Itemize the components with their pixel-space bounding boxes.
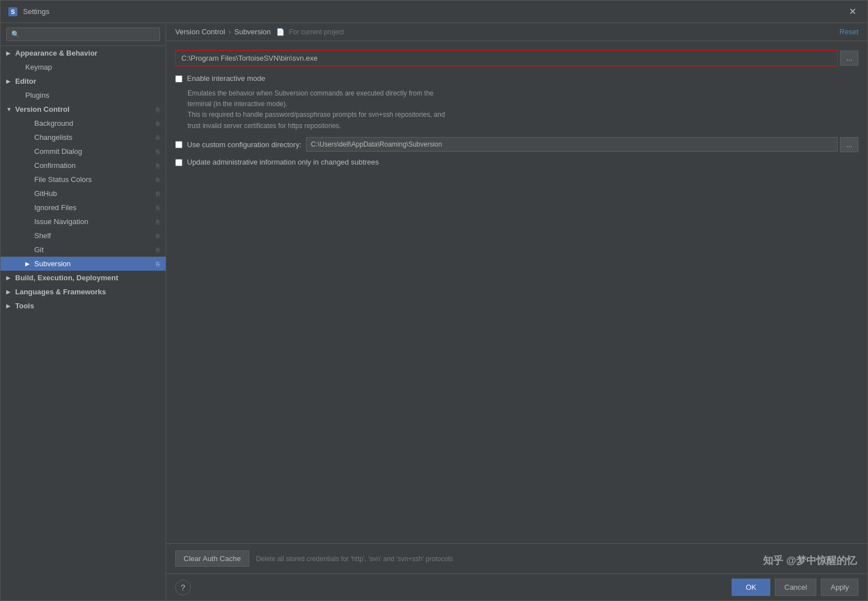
clear-cache-button[interactable]: Clear Auth Cache <box>175 550 249 567</box>
sidebar-item-appearance-behavior[interactable]: ▶ Appearance & Behavior <box>1 46 166 60</box>
clear-cache-description: Delete all stored credentials for 'http'… <box>256 555 453 563</box>
sidebar-item-confirmation[interactable]: Confirmation ⎘ <box>1 158 166 172</box>
admin-update-checkbox[interactable] <box>175 159 182 166</box>
footer: ? OK Cancel Apply <box>166 573 867 600</box>
admin-update-row: Update administrative information only i… <box>175 158 858 166</box>
sidebar-item-subversion[interactable]: ▶ Subversion ⎘ <box>1 257 166 271</box>
svg-text:S: S <box>11 8 15 15</box>
sidebar-item-shelf[interactable]: Shelf ⎘ <box>1 229 166 243</box>
arrow-icon: ▼ <box>6 106 13 112</box>
window-title: Settings <box>23 7 844 16</box>
custom-dir-browse-button[interactable]: ... <box>840 137 858 152</box>
svn-path-row: ... <box>175 50 858 66</box>
copy-icon: ⎘ <box>156 106 160 113</box>
sidebar-item-issue-navigation[interactable]: Issue Navigation ⎘ <box>1 215 166 229</box>
copy-icon: ⎘ <box>156 134 160 141</box>
sidebar-item-tools[interactable]: ▶ Tools <box>1 299 166 313</box>
sidebar-item-commit-dialog[interactable]: Commit Dialog ⎘ <box>1 144 166 158</box>
interactive-mode-row: Enable interactive mode <box>175 74 858 83</box>
sidebar-item-background[interactable]: Background ⎘ <box>1 116 166 130</box>
arrow-icon: ▶ <box>6 289 13 295</box>
interactive-mode-checkbox[interactable] <box>175 75 182 83</box>
settings-window: S Settings ✕ ▶ Appearance & Behavior Key… <box>0 0 868 601</box>
custom-dir-checkbox[interactable] <box>175 141 182 148</box>
panel-header: Version Control › Subversion 📄 For curre… <box>166 23 867 41</box>
sidebar-item-github[interactable]: GitHub ⎘ <box>1 186 166 201</box>
right-panel: Version Control › Subversion 📄 For curre… <box>166 23 867 600</box>
arrow-icon: ▶ <box>25 261 32 267</box>
sidebar-item-editor[interactable]: ▶ Editor <box>1 74 166 88</box>
apply-button[interactable]: Apply <box>821 579 858 596</box>
footer-buttons: OK Cancel Apply <box>732 579 858 596</box>
admin-update-label: Update administrative information only i… <box>187 158 379 166</box>
interactive-mode-label: Enable interactive mode <box>187 74 265 83</box>
copy-icon: ⎘ <box>156 162 160 169</box>
help-button[interactable]: ? <box>175 580 191 595</box>
ok-button[interactable]: OK <box>732 579 770 596</box>
breadcrumb-part1: Version Control <box>175 28 225 36</box>
sidebar-item-languages-frameworks[interactable]: ▶ Languages & Frameworks <box>1 285 166 299</box>
svn-browse-button[interactable]: ... <box>840 51 858 66</box>
close-button[interactable]: ✕ <box>844 4 861 19</box>
panel-body: ... Enable interactive mode Emulates the… <box>166 41 867 543</box>
document-icon: 📄 <box>276 28 285 36</box>
titlebar: S Settings ✕ <box>1 1 867 23</box>
custom-dir-input[interactable] <box>306 137 838 152</box>
arrow-icon: ▶ <box>6 78 13 84</box>
for-project: 📄 For current project <box>276 28 344 36</box>
copy-icon: ⎘ <box>156 233 160 239</box>
sidebar-item-build-execution[interactable]: ▶ Build, Execution, Deployment <box>1 271 166 285</box>
sidebar: ▶ Appearance & Behavior Keymap ▶ Editor … <box>1 23 166 600</box>
main-content: ▶ Appearance & Behavior Keymap ▶ Editor … <box>1 23 867 600</box>
breadcrumb-sep: › <box>229 28 231 36</box>
copy-icon: ⎘ <box>156 148 160 155</box>
svn-path-input[interactable] <box>175 50 838 66</box>
sidebar-item-plugins[interactable]: Plugins <box>1 88 166 102</box>
search-box <box>1 23 166 46</box>
copy-icon: ⎘ <box>156 176 160 183</box>
copy-icon: ⎘ <box>156 190 160 197</box>
sidebar-item-git[interactable]: Git ⎘ <box>1 243 166 257</box>
custom-dir-label: Use custom configuration directory: <box>187 140 301 149</box>
interactive-mode-description: Emulates the behavior when Subversion co… <box>188 88 858 131</box>
arrow-icon: ▶ <box>6 275 13 281</box>
copy-icon: ⎘ <box>156 247 160 253</box>
copy-icon: ⎘ <box>156 218 160 225</box>
search-input[interactable] <box>6 28 160 41</box>
sidebar-item-changelists[interactable]: Changelists ⎘ <box>1 130 166 144</box>
sidebar-item-keymap[interactable]: Keymap <box>1 60 166 74</box>
panel-bottom: Clear Auth Cache Delete all stored crede… <box>166 543 867 573</box>
app-icon: S <box>7 6 19 17</box>
copy-icon: ⎘ <box>156 261 160 267</box>
sidebar-item-version-control[interactable]: ▼ Version Control ⎘ <box>1 102 166 116</box>
copy-icon: ⎘ <box>156 120 160 127</box>
custom-dir-row: Use custom configuration directory: ... <box>175 137 858 152</box>
arrow-icon: ▶ <box>6 50 13 56</box>
copy-icon: ⎘ <box>156 204 160 211</box>
breadcrumb-part2: Subversion <box>234 28 271 36</box>
sidebar-item-file-status-colors[interactable]: File Status Colors ⎘ <box>1 172 166 186</box>
arrow-icon: ▶ <box>6 303 13 309</box>
breadcrumb: Version Control › Subversion 📄 For curre… <box>175 28 839 36</box>
cancel-button[interactable]: Cancel <box>775 579 816 596</box>
reset-link[interactable]: Reset <box>839 28 858 36</box>
sidebar-item-ignored-files[interactable]: Ignored Files ⎘ <box>1 201 166 215</box>
